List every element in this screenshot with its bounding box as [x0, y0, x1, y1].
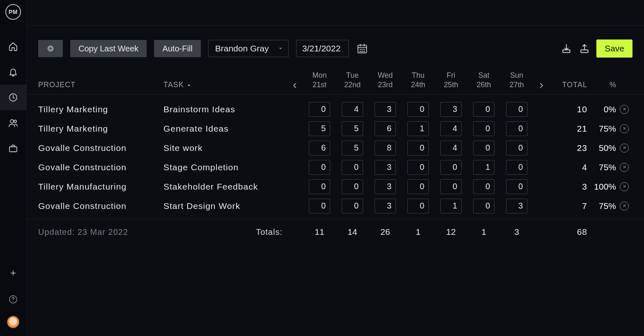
- delete-row-button[interactable]: [616, 163, 632, 172]
- hour-input[interactable]: [506, 179, 527, 194]
- grand-total: 68: [550, 227, 587, 237]
- hour-input[interactable]: [407, 179, 429, 194]
- timesheet-rows: Tillery MarketingBrainstorm Ideas100%Til…: [27, 95, 644, 219]
- hour-input[interactable]: [440, 102, 462, 117]
- hour-input[interactable]: [506, 199, 527, 213]
- hour-input[interactable]: [407, 141, 429, 155]
- users-icon: [8, 118, 18, 128]
- delete-row-button[interactable]: [616, 182, 632, 191]
- hour-input[interactable]: [375, 102, 396, 117]
- svg-point-5: [13, 301, 13, 301]
- hour-input[interactable]: [473, 121, 494, 136]
- hour-input[interactable]: [375, 199, 396, 213]
- hour-input[interactable]: [440, 160, 462, 175]
- nav-home[interactable]: [0, 34, 26, 59]
- row-project: Govalle Construction: [38, 162, 163, 172]
- hour-input[interactable]: [506, 141, 527, 155]
- hour-input[interactable]: [309, 160, 330, 175]
- row-percent: 0%: [587, 104, 616, 114]
- nav-help[interactable]: [0, 289, 26, 310]
- next-week-button[interactable]: [533, 82, 550, 89]
- hour-input[interactable]: [342, 102, 363, 117]
- chevron-down-icon: [278, 46, 283, 51]
- row-project: Govalle Construction: [38, 143, 163, 153]
- timesheet-row: Tillery MarketingGenerate Ideas2175%: [38, 119, 632, 138]
- user-select[interactable]: Brandon Gray: [208, 40, 289, 57]
- hour-input[interactable]: [440, 141, 462, 155]
- save-button[interactable]: Save: [596, 39, 632, 58]
- hour-input[interactable]: [342, 141, 363, 155]
- hour-input[interactable]: [473, 102, 494, 117]
- row-percent: 50%: [587, 143, 616, 153]
- main-panel: Copy Last Week Auto-Fill Brandon Gray 3/…: [27, 0, 644, 336]
- row-project: Tillery Marketing: [38, 124, 163, 134]
- hour-input[interactable]: [506, 160, 527, 175]
- date-input[interactable]: 3/21/2022: [296, 40, 349, 57]
- row-task: Generate Ideas: [163, 124, 287, 134]
- hour-input[interactable]: [473, 141, 494, 155]
- row-percent: 100%: [587, 182, 616, 192]
- hour-input[interactable]: [375, 121, 396, 136]
- copy-last-week-button[interactable]: Copy Last Week: [70, 40, 147, 57]
- delete-row-button[interactable]: [616, 105, 632, 114]
- hour-input[interactable]: [309, 199, 330, 213]
- hour-input[interactable]: [375, 160, 396, 175]
- svg-rect-8: [563, 50, 570, 53]
- prev-week-button[interactable]: [287, 82, 303, 89]
- close-icon: [620, 202, 629, 211]
- hour-input[interactable]: [407, 160, 429, 175]
- hour-input[interactable]: [473, 199, 494, 213]
- hour-input[interactable]: [309, 102, 330, 117]
- totals-label: Totals:: [163, 227, 287, 237]
- nav-timesheet[interactable]: [0, 85, 26, 110]
- nav-projects[interactable]: [0, 136, 26, 161]
- day-header: Sat26th: [467, 71, 500, 89]
- hour-input[interactable]: [342, 199, 363, 213]
- row-task: Start Design Work: [163, 201, 287, 211]
- header-task[interactable]: TASK: [163, 81, 287, 89]
- hour-input[interactable]: [342, 121, 363, 136]
- close-icon: [620, 182, 629, 191]
- day-total: 12: [435, 227, 467, 237]
- hour-input[interactable]: [407, 121, 429, 136]
- day-total: 14: [336, 227, 369, 237]
- hour-input[interactable]: [506, 121, 527, 136]
- hour-input[interactable]: [440, 199, 462, 213]
- row-percent: 75%: [587, 124, 616, 134]
- nav-add[interactable]: [0, 263, 26, 283]
- user-avatar[interactable]: [7, 315, 20, 329]
- hour-input[interactable]: [375, 179, 396, 194]
- hour-input[interactable]: [473, 160, 494, 175]
- hour-input[interactable]: [309, 121, 330, 136]
- timesheet-row: Tillery ManufacturingStakeholder Feedbac…: [38, 177, 632, 196]
- auto-fill-button[interactable]: Auto-Fill: [154, 40, 200, 57]
- import-button[interactable]: [560, 42, 573, 55]
- day-header: Sun27th: [500, 71, 533, 89]
- hour-input[interactable]: [407, 199, 429, 213]
- hour-input[interactable]: [342, 160, 363, 175]
- export-button[interactable]: [578, 42, 591, 55]
- nav-team[interactable]: [0, 110, 26, 136]
- header-project: PROJECT: [38, 81, 163, 89]
- help-icon: [9, 295, 18, 304]
- hour-input[interactable]: [407, 102, 429, 117]
- day-total: 1: [402, 227, 435, 237]
- hour-input[interactable]: [440, 179, 462, 194]
- hour-input[interactable]: [506, 102, 527, 117]
- home-icon: [8, 42, 18, 51]
- add-row-button[interactable]: [38, 40, 63, 57]
- timesheet-row: Govalle ConstructionStart Design Work775…: [38, 196, 632, 216]
- hour-input[interactable]: [309, 179, 330, 194]
- delete-row-button[interactable]: [616, 144, 632, 153]
- hour-input[interactable]: [473, 179, 494, 194]
- hour-input[interactable]: [309, 141, 330, 155]
- row-total: 3: [550, 182, 587, 192]
- calendar-button[interactable]: [356, 42, 368, 55]
- delete-row-button[interactable]: [616, 202, 632, 211]
- hour-input[interactable]: [375, 141, 396, 155]
- delete-row-button[interactable]: [616, 124, 632, 133]
- nav-notifications[interactable]: [0, 59, 26, 85]
- hour-input[interactable]: [440, 121, 462, 136]
- row-total: 7: [550, 201, 587, 211]
- hour-input[interactable]: [342, 179, 363, 194]
